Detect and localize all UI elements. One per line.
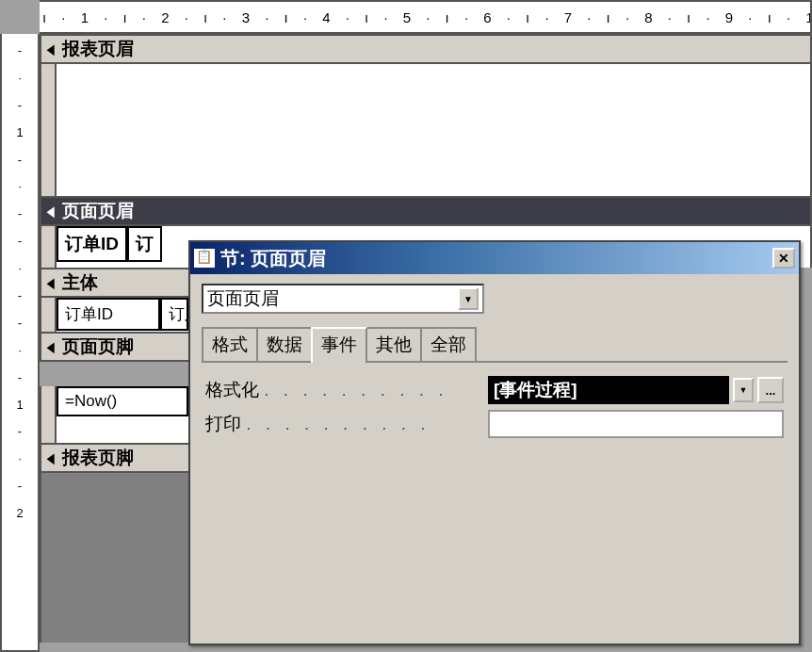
properties-dialog: 节: 页面页眉 ✕ 页面页眉 ▼ 格式 数据 事件 其他 全部 格式化 . . … — [188, 240, 801, 645]
section-bar-report-footer[interactable]: 报表页脚 — [40, 443, 190, 473]
dialog-icon — [194, 249, 215, 268]
dialog-titlebar[interactable]: 节: 页面页眉 ✕ — [190, 242, 799, 274]
section-label: 报表页眉 — [62, 37, 134, 61]
horizontal-ruler: ı · 1 · ı · 2 · ı · 3 · ı · 4 · ı · 5 · … — [40, 0, 812, 34]
tab-event[interactable]: 事件 — [311, 327, 367, 363]
prop-label-text: 格式化 — [205, 380, 259, 399]
tab-other[interactable]: 其他 — [365, 327, 422, 361]
textbox-partial[interactable]: 订则 — [160, 298, 188, 331]
textbox-order-id[interactable]: 订单ID — [57, 298, 160, 331]
prop-value-on-format[interactable]: [事件过程] — [488, 376, 729, 404]
ellipsis-icon: ... — [766, 383, 776, 398]
property-grid: 格式化 . . . . . . . . . . [事件过程] ▼ ... 打印 … — [202, 363, 788, 451]
close-button[interactable]: ✕ — [772, 248, 795, 269]
section-body-page-footer[interactable]: =Now() — [40, 386, 190, 443]
label-order-id[interactable]: 订单ID — [57, 226, 127, 262]
section-bar-report-header[interactable]: 报表页眉 — [40, 34, 812, 64]
tab-data[interactable]: 数据 — [256, 327, 313, 361]
textbox-now[interactable]: =Now() — [57, 386, 188, 416]
property-row-on-format: 格式化 . . . . . . . . . . [事件过程] ▼ ... — [205, 376, 784, 404]
tab-all[interactable]: 全部 — [420, 327, 477, 361]
property-row-on-print: 打印 . . . . . . . . . . — [205, 410, 784, 438]
chevron-down-icon[interactable]: ▼ — [733, 378, 754, 402]
dialog-title: 节: 页面页眉 — [220, 246, 326, 271]
section-selector[interactable] — [41, 64, 57, 196]
tab-format[interactable]: 格式 — [202, 327, 258, 361]
section-selector[interactable] — [41, 298, 57, 332]
section-label: 页面页眉 — [62, 199, 134, 223]
section-label: 主体 — [62, 270, 98, 295]
section-selector[interactable] — [41, 226, 57, 268]
section-label: 页面页脚 — [62, 334, 134, 359]
prop-label-text: 打印 — [205, 414, 241, 433]
vertical-ruler: -·- 1 -·--·--·- 1 -·- 2 — [0, 34, 40, 652]
build-button[interactable]: ... — [757, 377, 784, 403]
section-body-report-header[interactable] — [40, 64, 812, 196]
close-icon: ✕ — [778, 251, 789, 266]
ruler-marks: ı · 1 · ı · 2 · ı · 3 · ı · 4 · ı · 5 · … — [42, 9, 812, 25]
prop-value-on-print[interactable] — [488, 410, 784, 438]
label-partial[interactable]: 订 — [127, 226, 162, 262]
design-gray-area — [40, 473, 190, 643]
section-selector[interactable] — [41, 386, 57, 443]
section-bar-page-header[interactable]: 页面页眉 — [40, 196, 812, 226]
combo-value: 页面页眉 — [207, 286, 279, 311]
section-bar-detail[interactable]: 主体 — [40, 268, 190, 298]
section-bar-page-footer[interactable]: 页面页脚 — [40, 332, 190, 362]
property-tabs: 格式 数据 事件 其他 全部 — [202, 327, 788, 363]
prop-dots: . . . . . . . . . . — [246, 414, 430, 433]
section-body-detail[interactable]: 订单ID 订则 — [40, 298, 190, 332]
prop-dots: . . . . . . . . . . — [264, 380, 447, 399]
object-selector-combo[interactable]: 页面页眉 ▼ — [202, 284, 484, 314]
chevron-down-icon[interactable]: ▼ — [458, 287, 479, 310]
section-label: 报表页脚 — [62, 446, 134, 470]
